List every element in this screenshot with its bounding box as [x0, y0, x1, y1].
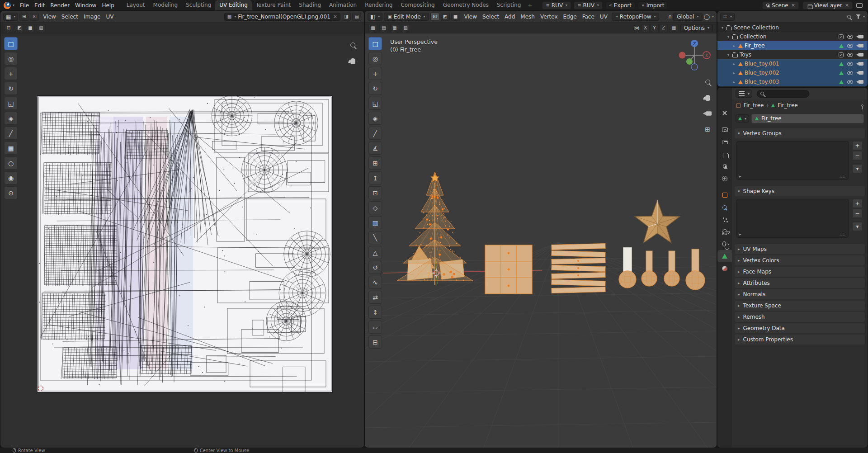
uv-select-mode-vertex-icon[interactable]: ⊡: [4, 24, 13, 32]
tool-poly-build[interactable]: △: [368, 246, 382, 259]
tool-bevel[interactable]: ◇: [368, 201, 382, 214]
tool-transform[interactable]: ◈: [4, 112, 18, 125]
panel-expand-icon[interactable]: ▸: [738, 337, 740, 342]
expander-icon[interactable]: ▸: [732, 62, 736, 66]
uv-image-canvas[interactable]: [38, 96, 332, 392]
checkbox-icon[interactable]: [839, 34, 844, 39]
properties-tab-view-layer[interactable]: [718, 148, 731, 160]
image-selector[interactable]: ▨ ▾ Fir_tree_Normal(OpenGL).png.001 ×: [224, 13, 340, 21]
mesh-data-icon[interactable]: [839, 44, 844, 48]
workspace-tab-modeling[interactable]: Modeling: [149, 0, 182, 10]
expander-icon[interactable]: ▸: [732, 80, 736, 84]
uv-select-mode-face-icon[interactable]: ■: [26, 24, 35, 32]
properties-tab-tool[interactable]: [718, 107, 731, 119]
snap-magnet-icon[interactable]: ∩: [668, 14, 672, 20]
pan-hand-icon[interactable]: [703, 93, 712, 103]
viewport-menu-face[interactable]: Face: [580, 12, 597, 21]
plank-stack-object[interactable]: [552, 244, 605, 293]
scene-selector[interactable]: Scene ×: [762, 1, 799, 9]
expander-icon[interactable]: ▾: [726, 35, 731, 39]
panel-expand-icon[interactable]: ▸: [738, 258, 740, 263]
tool-scale[interactable]: ◱: [4, 97, 18, 110]
transform-orientation-selector[interactable]: Global ▾: [673, 13, 702, 21]
ruv-dropdown-1[interactable]: ≡RUV▾: [542, 1, 571, 9]
image-browse-caret-icon[interactable]: ▾: [234, 14, 236, 19]
list-expand-icon[interactable]: ▸: [739, 232, 741, 236]
outliner-row-collection[interactable]: ▾Collection: [717, 32, 868, 41]
panel-expand-icon[interactable]: ▸: [738, 281, 740, 285]
select-mode-face-icon[interactable]: ■: [451, 13, 460, 21]
viewport-menu-add[interactable]: Add: [502, 12, 518, 21]
properties-tab-physics[interactable]: [718, 226, 731, 238]
panel-expand-icon[interactable]: ▸: [738, 303, 740, 308]
properties-tab-constraints[interactable]: [718, 238, 731, 250]
list-expand-icon[interactable]: ▸: [739, 174, 741, 179]
properties-tab-material[interactable]: [718, 262, 731, 274]
editor-type-button[interactable]: ◧▾: [368, 13, 382, 21]
viewport-scene[interactable]: ZX: [365, 33, 717, 448]
image-pin-button[interactable]: ◨: [342, 13, 351, 21]
outliner-row-fir-tree[interactable]: ▸Fir_tree: [717, 41, 868, 50]
tool-smooth[interactable]: ∿: [368, 276, 382, 289]
tool-scale[interactable]: ◱: [368, 97, 382, 110]
uv-select-mode-island-icon[interactable]: ▧: [37, 24, 46, 32]
render-camera-icon[interactable]: [859, 71, 863, 75]
panel-header-vertex-groups[interactable]: ▾Vertex Groups: [735, 128, 865, 138]
expander-icon[interactable]: ▾: [726, 53, 731, 57]
ornament-toys[interactable]: [619, 247, 705, 290]
panel-header-normals[interactable]: ▸Normals: [735, 289, 865, 299]
menu-help[interactable]: Help: [99, 1, 117, 10]
expander-icon[interactable]: ▸: [732, 71, 736, 75]
specials-menu-button[interactable]: ▾: [852, 164, 863, 173]
snap-grid-icon[interactable]: ▦: [670, 24, 679, 32]
panel-expand-icon[interactable]: ▸: [738, 326, 740, 330]
tool-transform[interactable]: ◈: [368, 112, 382, 125]
expander-icon[interactable]: ▸: [732, 44, 736, 48]
tool-cursor[interactable]: ◎: [368, 52, 382, 65]
properties-tab-particles[interactable]: [718, 213, 731, 226]
outliner-row-scene-collection[interactable]: ▾Scene Collection: [717, 23, 868, 32]
editor-type-button[interactable]: ≡▾: [720, 13, 735, 21]
visibility-eye-icon[interactable]: [847, 44, 853, 48]
mirror-axis-y[interactable]: Y: [651, 24, 659, 32]
tool-add-cube[interactable]: ⊞: [368, 156, 382, 170]
tool-loop-cut[interactable]: ▥: [368, 216, 382, 229]
overlays-icon[interactable]: ▧: [401, 24, 410, 32]
tool-edge-slide[interactable]: ⇄: [368, 291, 382, 304]
pan-hand-icon[interactable]: [348, 56, 358, 66]
tool-move[interactable]: +: [4, 67, 18, 80]
viewport-menu-mesh[interactable]: Mesh: [518, 12, 538, 21]
panel-expand-icon[interactable]: ▸: [738, 247, 740, 251]
visibility-eye-icon[interactable]: [847, 53, 853, 57]
menu-window[interactable]: Window: [72, 1, 99, 10]
workspace-tab-scripting[interactable]: Scripting: [493, 0, 525, 10]
tool-shear[interactable]: ▱: [368, 321, 382, 334]
outliner-search-icon[interactable]: [847, 15, 851, 19]
browse-mesh-data-button[interactable]: ▾: [736, 114, 749, 123]
uv-menu-image[interactable]: Image: [81, 12, 104, 21]
mesh-name-field[interactable]: Fir_tree: [751, 114, 864, 123]
tool-rotate[interactable]: ↻: [4, 82, 18, 95]
tool-tweak-select[interactable]: □: [4, 37, 18, 50]
navigation-gizmo[interactable]: ZX: [679, 40, 711, 70]
specials-menu-button[interactable]: ▾: [852, 222, 863, 231]
unlink-scene-icon[interactable]: ×: [791, 2, 795, 8]
panel-expand-icon[interactable]: ▸: [738, 292, 740, 297]
properties-tab-world[interactable]: [718, 172, 731, 184]
add-workspace-button[interactable]: +: [525, 0, 535, 10]
uv-sticky-select-icon[interactable]: ⊞: [19, 13, 28, 21]
tool-spin[interactable]: ↺: [368, 261, 382, 274]
viewport-menu-vertex[interactable]: Vertex: [538, 12, 561, 21]
tool-cursor[interactable]: ◎: [4, 52, 18, 65]
render-camera-icon[interactable]: [859, 35, 863, 38]
tool-rotate[interactable]: ↻: [368, 82, 382, 95]
workspace-tab-compositing[interactable]: Compositing: [396, 0, 439, 10]
retopoflow-menu[interactable]: ▾ RetopoFlow ▾: [612, 13, 660, 21]
uv-select-mode-edge-icon[interactable]: ◩: [15, 24, 24, 32]
render-camera-icon[interactable]: [859, 62, 863, 66]
zoom-icon[interactable]: [703, 77, 712, 87]
add-item-button[interactable]: +: [852, 199, 863, 208]
snap-settings-icon[interactable]: ▤: [379, 24, 388, 32]
visibility-eye-icon[interactable]: [847, 62, 853, 66]
workspace-tab-uv-editing[interactable]: UV Editing: [215, 0, 252, 10]
